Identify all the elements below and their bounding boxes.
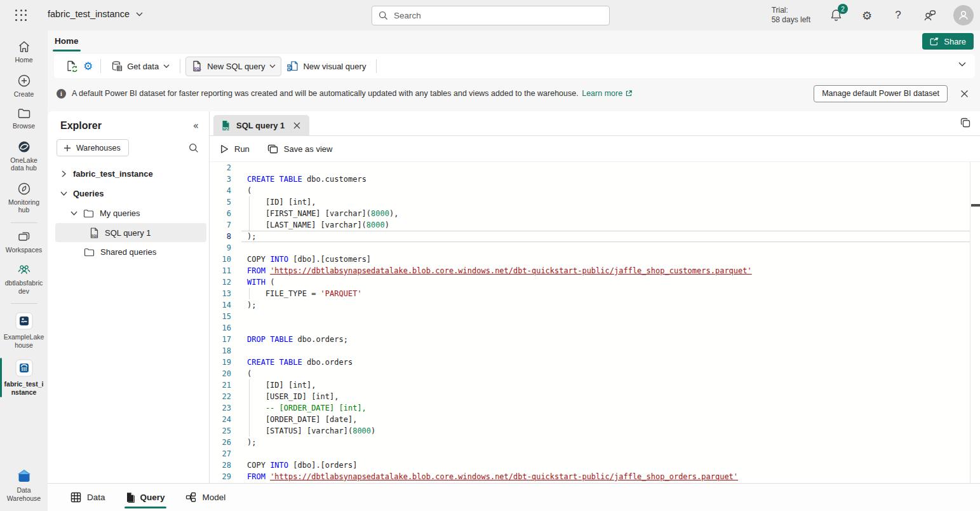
code-line[interactable]: 6 [FIRST_NAME] [varchar](8000), bbox=[210, 208, 980, 219]
tree-item-shared-queries[interactable]: Shared queries bbox=[48, 242, 209, 262]
code-line[interactable]: 4( bbox=[210, 185, 980, 196]
editor-scrollbar[interactable] bbox=[970, 162, 970, 483]
rail-item-browse[interactable]: Browse bbox=[0, 103, 48, 135]
indent-guide bbox=[249, 208, 250, 219]
run-button[interactable]: Run bbox=[220, 144, 250, 154]
line-number: 27 bbox=[210, 448, 241, 460]
collapse-panel-icon[interactable]: « bbox=[193, 120, 199, 132]
code-line[interactable]: 8); bbox=[210, 231, 980, 242]
manage-dataset-button[interactable]: Manage default Power BI dataset bbox=[814, 85, 948, 102]
visual-query-icon bbox=[286, 60, 299, 72]
settings-toolbar-button[interactable]: ⚙ bbox=[81, 57, 95, 76]
app-launcher-icon[interactable] bbox=[15, 10, 28, 22]
rail-item-data-warehouse[interactable]: Data Warehouse bbox=[0, 464, 48, 511]
workspace-name: fabric_test_instance bbox=[48, 9, 130, 19]
code-line[interactable]: 18 bbox=[210, 345, 980, 357]
line-number: 19 bbox=[210, 357, 241, 368]
code-text bbox=[247, 345, 980, 357]
ribbon-expand-button[interactable] bbox=[958, 62, 966, 67]
code-line[interactable]: 20( bbox=[210, 368, 980, 379]
close-tab-button[interactable] bbox=[290, 119, 303, 132]
people-icon bbox=[17, 263, 32, 276]
code-line[interactable]: 19CREATE TABLE dbo.orders bbox=[210, 357, 980, 368]
rail-item-dbtlabsfabricdev[interactable]: dbtlabsfabricdev bbox=[0, 259, 48, 300]
trial-status: Trial: 58 days left bbox=[772, 6, 810, 25]
tree-item-my-queries[interactable]: My queries bbox=[48, 203, 209, 223]
code-line[interactable]: 27 bbox=[210, 448, 980, 460]
code-line[interactable]: 26); bbox=[210, 437, 980, 448]
tab-query[interactable]: Query bbox=[116, 484, 175, 511]
line-number: 13 bbox=[210, 288, 241, 299]
rail-divider bbox=[11, 303, 37, 304]
code-line[interactable]: 3CREATE TABLE dbo.customers bbox=[210, 174, 980, 185]
code-text: [USER_ID] [int], bbox=[247, 391, 980, 402]
tree-item-queries[interactable]: Queries bbox=[48, 184, 209, 203]
rail-item-monitoring-hub[interactable]: Monitoring hub bbox=[0, 177, 48, 219]
code-line[interactable]: 29FROM 'https://dbtlabsynapsedatalake.bl… bbox=[210, 471, 980, 482]
code-line[interactable]: 28COPY INTO [dbo].[orders] bbox=[210, 460, 980, 471]
rail-item-create[interactable]: Create bbox=[0, 69, 48, 104]
banner-close-button[interactable] bbox=[956, 85, 972, 102]
code-line[interactable]: 24 [ORDER_DATE] [date], bbox=[210, 414, 980, 425]
help-button[interactable]: ? bbox=[891, 8, 905, 22]
compass-icon bbox=[17, 182, 31, 196]
copy-icon bbox=[960, 117, 971, 128]
code-line[interactable]: 16 bbox=[210, 322, 980, 334]
code-line[interactable]: 5 [ID] [int], bbox=[210, 196, 980, 208]
tab-data[interactable]: Data bbox=[60, 484, 116, 511]
code-line[interactable]: 11FROM 'https://dbtlabsynapsedatalake.bl… bbox=[210, 265, 980, 276]
sql-document-icon: SQL bbox=[191, 60, 203, 72]
code-line[interactable]: 21 [ID] [int], bbox=[210, 379, 980, 391]
workspace-switcher[interactable]: fabric_test_instance bbox=[48, 9, 143, 19]
settings-button[interactable]: ⚙ bbox=[860, 8, 874, 22]
chevron-down-icon bbox=[60, 191, 67, 196]
code-line[interactable]: 25 [STATUS] [varchar](8000) bbox=[210, 425, 980, 437]
copy-button[interactable] bbox=[960, 117, 971, 128]
avatar[interactable] bbox=[953, 5, 974, 25]
chevron-down-icon bbox=[136, 12, 143, 17]
home-icon bbox=[17, 40, 31, 53]
rail-item-fabric-test-instance[interactable]: fabric_test_instance bbox=[0, 354, 48, 401]
learn-more-link[interactable]: Learn more bbox=[582, 89, 633, 98]
code-line[interactable]: 14); bbox=[210, 299, 980, 311]
chevron-down-icon bbox=[70, 211, 77, 215]
rail-item-examplelakehouse[interactable]: ExampleLakehouse bbox=[0, 307, 48, 354]
new-sql-query-button[interactable]: SQL New SQL query bbox=[185, 57, 281, 76]
explorer-search-icon[interactable] bbox=[189, 143, 199, 153]
rail-item-workspaces[interactable]: Workspaces bbox=[0, 226, 48, 259]
notifications-button[interactable]: 2 bbox=[829, 8, 843, 22]
query-tab[interactable]: SQL SQL query 1 bbox=[213, 115, 309, 135]
overview-ruler-mark bbox=[971, 204, 980, 207]
toolbar-separator bbox=[180, 59, 180, 73]
code-editor[interactable]: 23CREATE TABLE dbo.customers4(5 [ID] [in… bbox=[210, 162, 980, 483]
code-line[interactable]: 10COPY INTO [dbo].[customers] bbox=[210, 254, 980, 265]
code-line[interactable]: 9 bbox=[210, 242, 980, 254]
tab-home[interactable]: Home bbox=[53, 31, 81, 52]
tree-item-sql-query-1[interactable]: SQL SQL query 1 bbox=[55, 223, 206, 242]
search-input[interactable] bbox=[394, 11, 603, 20]
new-visual-query-button[interactable]: New visual query bbox=[281, 57, 371, 76]
explorer-panel: Explorer « Warehouses fabric_test_instan… bbox=[48, 111, 210, 483]
code-text bbox=[247, 311, 980, 322]
get-data-button[interactable]: Get data bbox=[106, 57, 175, 75]
tab-model[interactable]: Model bbox=[175, 484, 236, 511]
code-line[interactable]: 12WITH ( bbox=[210, 276, 980, 288]
chevron-down-icon bbox=[163, 64, 170, 68]
save-as-view-button[interactable]: Save as view bbox=[267, 144, 333, 154]
rail-item-home[interactable]: Home bbox=[0, 36, 48, 69]
global-search[interactable] bbox=[372, 6, 610, 25]
code-line[interactable]: 13 FILE_TYPE = 'PARQUET' bbox=[210, 288, 980, 299]
code-line[interactable]: 22 [USER_ID] [int], bbox=[210, 391, 980, 402]
refresh-button[interactable] bbox=[63, 57, 81, 76]
code-line[interactable]: 15 bbox=[210, 311, 980, 322]
rail-item-onelake-data-hub[interactable]: OneLake data hub bbox=[0, 135, 48, 177]
code-line[interactable]: 7 [LAST_NAME] [varchar](8000) bbox=[210, 219, 980, 231]
feedback-button[interactable] bbox=[922, 8, 936, 22]
code-line[interactable]: 23 -- [ORDER_DATE] [int], bbox=[210, 402, 980, 414]
new-warehouse-button[interactable]: Warehouses bbox=[57, 139, 129, 156]
share-button[interactable]: Share bbox=[922, 33, 974, 50]
tree-item-warehouse[interactable]: fabric_test_instance bbox=[48, 164, 209, 184]
code-line[interactable]: 17DROP TABLE dbo.orders; bbox=[210, 334, 980, 345]
warehouse-tile-icon bbox=[15, 358, 34, 378]
code-line[interactable]: 2 bbox=[210, 162, 980, 174]
